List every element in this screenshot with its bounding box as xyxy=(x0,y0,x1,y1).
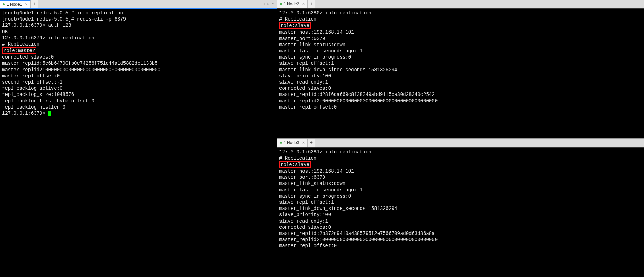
terminal-line: repl_backlog_histlen:0 xyxy=(2,104,275,110)
terminal-line: # Replication xyxy=(279,16,642,22)
terminal-line: slave_priority:100 xyxy=(279,212,642,218)
tab-node1[interactable]: 1 Node1 × xyxy=(0,0,31,8)
terminal-line: repl_backlog_size:1048576 xyxy=(2,91,275,98)
terminal-line: master_repl_offset:0 xyxy=(2,73,275,79)
terminal-line: master_link_down_since_seconds:158132629… xyxy=(279,205,642,212)
terminal-line: master_replid2:0000000000000000000000000… xyxy=(279,98,642,104)
terminal-line: 127.0.0.1:6379> auth 123 xyxy=(2,22,275,28)
terminal-line: master_port:6379 xyxy=(279,36,642,42)
terminal-line-highlighted: role:master xyxy=(2,47,275,54)
terminal-line: master_last_io_seconds_ago:-1 xyxy=(279,187,642,193)
tab-label: 1 Node3 xyxy=(284,140,299,145)
highlight-box: role:master xyxy=(2,47,36,54)
terminal-prompt-line: 127.0.0.1:6379> xyxy=(2,110,275,116)
terminal-line: master_link_down_since_seconds:158132629… xyxy=(279,67,642,73)
status-dot-icon xyxy=(280,142,282,144)
terminal-line: master_sync_in_progress:0 xyxy=(279,54,642,60)
terminal-line: master_repl_offset:0 xyxy=(279,243,642,249)
terminal-line: 127.0.0.1:6381> info replication xyxy=(279,149,642,155)
cursor-icon xyxy=(48,111,51,116)
terminal-line: OK xyxy=(2,29,275,35)
status-dot-icon xyxy=(280,3,282,5)
terminal-line: slave_repl_offset:1 xyxy=(279,199,642,205)
terminal-line: master_link_status:down xyxy=(279,42,642,48)
terminal-line: 127.0.0.1:6379> info replication xyxy=(2,35,275,41)
terminal-line: # Replication xyxy=(279,155,642,161)
terminal-line: master_replid:5c6b64790fb0e74256f751e44a… xyxy=(2,60,275,66)
terminal-line: 127.0.0.1:6380> info replication xyxy=(279,10,642,16)
terminal-line: slave_read_only:1 xyxy=(279,218,642,224)
terminal-line: [root@Node1 redis-5.0.5]# info replicati… xyxy=(2,10,275,16)
left-pane: 1 Node1 × + ◂ ▸ ▾ [root@Node1 redis-5.0.… xyxy=(0,0,277,277)
terminal-line: master_replid2:0000000000000000000000000… xyxy=(2,67,275,73)
terminal-line: master_host:192.168.14.101 xyxy=(279,168,642,174)
terminal-line: master_host:192.168.14.101 xyxy=(279,29,642,35)
terminal-line: slave_priority:100 xyxy=(279,73,642,79)
right-top-pane: 1 Node2 × + 127.0.0.1:6380> info replica… xyxy=(277,0,644,139)
right-bottom-pane: 1 Node3 × + 127.0.0.1:6381> info replica… xyxy=(277,139,644,277)
terminal-line: second_repl_offset:-1 xyxy=(2,79,275,85)
tab-bar-left: 1 Node1 × + ◂ ▸ ▾ xyxy=(0,0,277,8)
tab-label: 1 Node1 xyxy=(7,2,22,7)
terminal-node3[interactable]: 127.0.0.1:6381> info replication# Replic… xyxy=(277,147,644,277)
right-pane: 1 Node2 × + 127.0.0.1:6380> info replica… xyxy=(277,0,644,277)
highlight-box: role:slave xyxy=(279,161,311,168)
terminal-line: master_sync_in_progress:0 xyxy=(279,193,642,199)
terminal-line: master_replid2:0000000000000000000000000… xyxy=(279,237,642,243)
terminal-line: slave_read_only:1 xyxy=(279,79,642,85)
tab-bar-right-top: 1 Node2 × + xyxy=(277,0,644,8)
terminal-line: master_port:6379 xyxy=(279,174,642,180)
tab-nav-icons[interactable]: ◂ ▸ ▾ xyxy=(263,0,277,8)
terminal-node1[interactable]: [root@Node1 redis-5.0.5]# info replicati… xyxy=(0,8,277,277)
terminal-line: connected_slaves:0 xyxy=(279,85,642,91)
terminal-node2[interactable]: 127.0.0.1:6380> info replication# Replic… xyxy=(277,8,644,138)
close-icon[interactable]: × xyxy=(25,2,27,7)
close-icon[interactable]: × xyxy=(302,140,305,145)
terminal-line: connected_slaves:0 xyxy=(279,224,642,230)
terminal-line: master_last_io_seconds_ago:-1 xyxy=(279,48,642,54)
tab-bar-right-bottom: 1 Node3 × + xyxy=(277,139,644,147)
terminal-line: slave_repl_offset:1 xyxy=(279,60,642,66)
add-tab-button[interactable]: + xyxy=(308,139,315,147)
terminal-line: repl_backlog_first_byte_offset:0 xyxy=(2,98,275,104)
terminal-line: repl_backlog_active:0 xyxy=(2,85,275,91)
highlight-box: role:slave xyxy=(279,22,311,29)
terminal-line-highlighted: role:slave xyxy=(279,161,642,168)
terminal-line: master_replid:d28f6da669c8f38349abd9115c… xyxy=(279,91,642,98)
status-dot-icon xyxy=(3,3,5,5)
tab-node2[interactable]: 1 Node2 × xyxy=(277,0,308,8)
terminal-line: master_repl_offset:0 xyxy=(279,104,642,110)
terminal-line: master_replid:2b372c9410a4385795f2e75667… xyxy=(279,230,642,237)
tab-node3[interactable]: 1 Node3 × xyxy=(277,139,308,147)
tab-label: 1 Node2 xyxy=(284,2,299,7)
terminal-line-highlighted: role:slave xyxy=(279,22,642,29)
terminal-line: master_link_status:down xyxy=(279,180,642,187)
terminal-line: # Replication xyxy=(2,41,275,47)
add-tab-button[interactable]: + xyxy=(308,0,315,8)
close-icon[interactable]: × xyxy=(302,2,305,7)
terminal-line: [root@Node1 redis-5.0.5]# redis-cli -p 6… xyxy=(2,16,275,22)
terminal-line: connected_slaves:0 xyxy=(2,54,275,60)
add-tab-button[interactable]: + xyxy=(31,0,38,8)
